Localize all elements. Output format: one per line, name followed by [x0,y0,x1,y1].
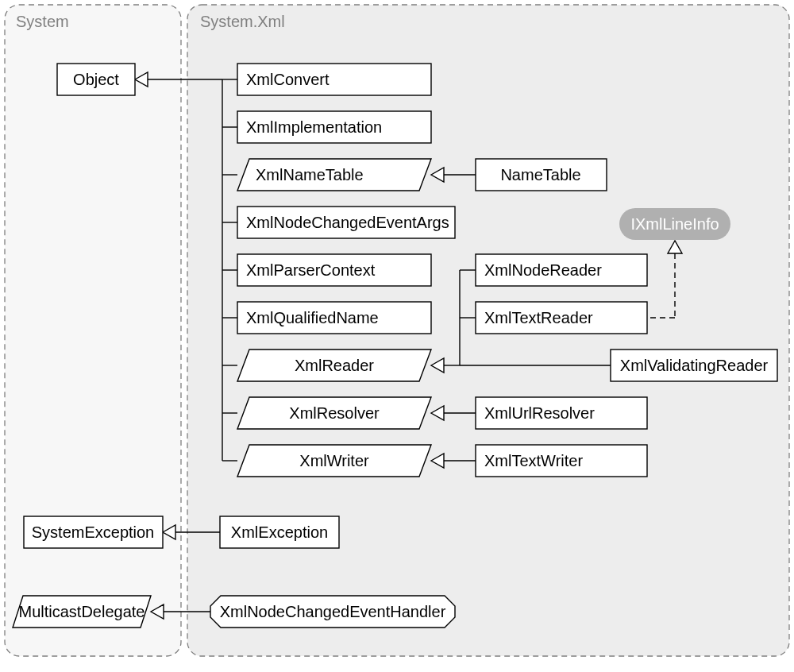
node-xmlnodechangedeventargs: XmlNodeChangedEventArgs [237,207,455,238]
node-xmlimplementation-label: XmlImplementation [246,118,382,136]
node-xmlwriter: XmlWriter [237,445,431,477]
node-xmlnodechangedeventhandler: XmlNodeChangedEventHandler [210,596,455,628]
node-ixmllineinfo: IXmlLineInfo [619,208,730,240]
node-xmltextwriter-label: XmlTextWriter [484,452,583,469]
node-xmlexception: XmlException [220,516,339,548]
node-xmlparsercontext-label: XmlParserContext [246,261,376,279]
package-system-label: System [16,13,69,30]
node-xmltextwriter: XmlTextWriter [476,445,647,477]
package-system-xml-label: System.Xml [200,13,285,30]
node-multicastdelegate: MulticastDelegate [13,596,151,628]
node-multicastdelegate-label: MulticastDelegate [19,603,145,620]
node-xmlwriter-label: XmlWriter [299,452,369,469]
node-xmlurlresolver-label: XmlUrlResolver [484,404,595,422]
node-xmlnametable: XmlNameTable [237,159,431,191]
node-xmlvalidatingreader: XmlValidatingReader [611,350,777,381]
node-systemexception-label: SystemException [32,523,155,541]
node-xmlimplementation: XmlImplementation [237,111,431,143]
node-xmlresolver-label: XmlResolver [289,404,380,422]
node-xmlconvert: XmlConvert [237,64,431,95]
node-xmlreader: XmlReader [237,350,431,381]
node-xmltextreader: XmlTextReader [476,302,647,334]
node-xmlqualifiedname: XmlQualifiedName [237,302,431,334]
node-object: Object [57,64,135,95]
diagram-canvas: System System.Xml [0,0,794,672]
node-xmlnodereader-label: XmlNodeReader [484,261,602,279]
node-nametable: NameTable [476,159,607,191]
node-xmlurlresolver: XmlUrlResolver [476,397,647,429]
node-xmlreader-label: XmlReader [295,357,374,374]
node-xmlnodechangedeventhandler-label: XmlNodeChangedEventHandler [220,603,446,620]
node-xmlnodereader: XmlNodeReader [476,254,647,286]
node-xmltextreader-label: XmlTextReader [484,309,593,326]
node-xmlresolver: XmlResolver [237,397,431,429]
node-xmlparsercontext: XmlParserContext [237,254,431,286]
package-system [5,5,181,656]
node-ixmllineinfo-label: IXmlLineInfo [630,215,719,233]
node-xmlvalidatingreader-label: XmlValidatingReader [620,357,769,374]
node-nametable-label: NameTable [500,166,580,183]
node-xmlnametable-label: XmlNameTable [256,166,364,183]
node-object-label: Object [73,71,119,88]
node-xmlqualifiedname-label: XmlQualifiedName [246,309,379,326]
node-xmlnodechangedeventargs-label: XmlNodeChangedEventArgs [246,214,449,231]
node-systemexception: SystemException [24,516,163,548]
node-xmlconvert-label: XmlConvert [246,71,330,88]
node-xmlexception-label: XmlException [231,523,328,541]
